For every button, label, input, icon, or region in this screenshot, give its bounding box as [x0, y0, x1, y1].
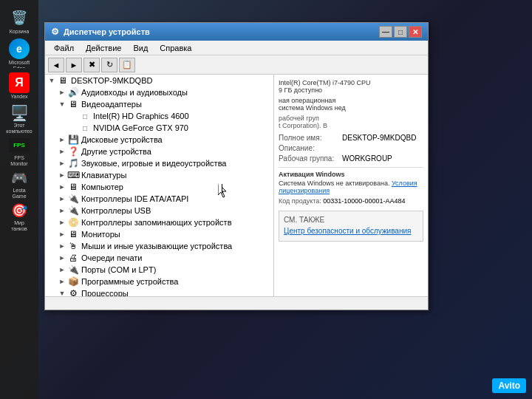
intel-gpu-label: Intel(R) HD Graphics 4600 — [93, 112, 189, 120]
monitors-arrow: ► — [57, 229, 67, 239]
tree-item-software[interactable]: ► 📦 Программные устройства — [45, 276, 273, 287]
properties-button[interactable]: 📋 — [119, 58, 135, 72]
workgroup-info: рабочей груп t Corporation). B — [279, 115, 423, 129]
ports-arrow: ► — [57, 265, 67, 275]
status-bar — [45, 296, 428, 310]
title-bar: ⚙ Диспетчер устройств — □ ✕ — [45, 23, 428, 41]
sidebar-item-lesta[interactable]: 🎮 LestaGame — [4, 168, 34, 198]
tree-item-other[interactable]: ► ❓ Другие устройства — [45, 146, 273, 157]
lesta-icon: 🎮 — [9, 168, 30, 187]
sound-arrow: ► — [57, 158, 67, 168]
keyboard-label: Клавиатуры — [81, 171, 126, 180]
workgroup-row: Рабочая группа: WORKGROUP — [279, 154, 423, 163]
software-label: Программные устройства — [81, 277, 178, 286]
mice-arrow: ► — [57, 241, 67, 251]
info-panel: Intel(R) Core(TM) i7-4790 CPU 9 ГБ досту… — [274, 75, 428, 296]
ide-arrow: ► — [57, 194, 67, 204]
menu-file[interactable]: Файл — [48, 42, 80, 54]
sidebar-item-tanks[interactable]: 🎯 Миртанков — [4, 201, 34, 231]
video-arrow: ▼ — [57, 99, 67, 109]
minimize-button[interactable]: — — [379, 26, 392, 38]
maximize-button[interactable]: □ — [394, 26, 407, 38]
desktop: 🗑️ Корзина e MicrosoftEdge Я Yandex 🖥️ Э… — [0, 0, 532, 399]
edge-label: MicrosoftEdge — [9, 60, 30, 68]
see-also-box: СМ. ТАКЖЕ Центр безопасности и обслужива… — [279, 211, 423, 242]
queues-arrow: ► — [57, 253, 67, 263]
monitors-icon: 🖥 — [67, 229, 79, 239]
audio-label: Аудиовходы и аудиовыходы — [81, 88, 188, 97]
keyboard-icon: ⌨ — [67, 170, 79, 180]
tree-item-computer2[interactable]: ► 🖥 Компьютер — [45, 181, 273, 193]
other-arrow: ► — [57, 146, 67, 157]
sidebar-item-yandex[interactable]: Я Yandex — [4, 71, 34, 100]
fps-icon: FPS — [9, 136, 30, 154]
back-button[interactable]: ◄ — [48, 58, 64, 72]
stop-button[interactable]: ✖ — [83, 58, 100, 72]
recycle-bin-label: Корзина — [10, 29, 30, 35]
tree-item-sound[interactable]: ► 🎵 Звуковые, игровые и видеоустройства — [45, 157, 273, 169]
tree-item-nvidia[interactable]: ► □ NVIDIA GeForce GTX 970 — [45, 122, 273, 134]
refresh-button[interactable]: ↻ — [101, 58, 117, 72]
disk-icon: 💾 — [67, 134, 79, 145]
sidebar-item-recycle-bin[interactable]: 🗑️ Корзина — [4, 6, 34, 35]
computer-label: Этоткомпьютер — [6, 123, 32, 133]
usb-arrow: ► — [57, 205, 67, 216]
tree-root[interactable]: ▼ 🖥 DESKTOP-9MKDQBD — [45, 75, 273, 86]
tree-item-video[interactable]: ▼ 🖥 Видеоадаптеры — [45, 98, 273, 110]
tree-item-intel-gpu[interactable]: ► □ Intel(R) HD Graphics 4600 — [45, 110, 273, 122]
sidebar-item-edge[interactable]: e MicrosoftEdge — [4, 38, 34, 68]
tanks-icon: 🎯 — [9, 201, 30, 219]
menu-help[interactable]: Справка — [154, 42, 197, 54]
audio-icon: 🔊 — [67, 87, 79, 98]
tree-item-audio[interactable]: ► 🔊 Аудиовходы и аудиовыходы — [45, 86, 273, 98]
ide-label: Контроллеры IDE ATA/ATAPI — [81, 194, 188, 203]
intel-gpu-icon: □ — [79, 111, 91, 121]
fullname-val: DESKTOP-9MKDQBD — [342, 134, 416, 142]
tree-item-mice[interactable]: ► 🖱 Мыши и иные указывающие устройства — [45, 240, 273, 252]
menu-view[interactable]: Вид — [127, 42, 154, 54]
processors-label: Процессоры — [81, 289, 129, 296]
menu-action[interactable]: Действие — [80, 42, 127, 54]
close-button[interactable]: ✕ — [409, 26, 422, 38]
workgroup-val: WORKGROUP — [342, 154, 392, 163]
fullname-key: Полное имя: — [279, 134, 338, 142]
tree-item-queues[interactable]: ► 🖨 Очереди печати — [45, 252, 273, 264]
sidebar-item-fps[interactable]: FPS FPSMonitor — [4, 136, 34, 166]
desc-row: Описание: — [279, 144, 423, 152]
tree-item-disk[interactable]: ► 💾 Дисковые устройства — [45, 134, 273, 146]
tree-item-keyboard[interactable]: ► ⌨ Клавиатуры — [45, 169, 273, 181]
video-icon: 🖥 — [67, 99, 79, 109]
see-also-link-security[interactable]: Центр безопасности и обслуживания — [284, 227, 418, 235]
tree-item-processors[interactable]: ▼ ⚙ Процессоры — [45, 287, 273, 296]
content-area: ▼ 🖥 DESKTOP-9MKDQBD ► 🔊 Аудиовходы и ауд… — [45, 75, 428, 296]
sound-icon: 🎵 — [67, 158, 79, 168]
processors-icon: ⚙ — [67, 288, 79, 296]
ide-icon: 🔌 — [67, 194, 79, 204]
os-info-text: ная операционная система Windows нед — [279, 97, 423, 112]
audio-arrow: ► — [57, 87, 67, 98]
menu-bar: Файл Действие Вид Справка — [45, 41, 428, 55]
root-label: DESKTOP-9MKDQBD — [71, 76, 152, 85]
software-arrow: ► — [57, 276, 67, 287]
product-code-section: Код продукта: 00331-10000-00001-AA484 — [279, 197, 423, 205]
tree-item-ports[interactable]: ► 🔌 Порты (COM и LPT) — [45, 264, 273, 276]
fps-label: FPSMonitor — [10, 155, 27, 166]
device-tree[interactable]: ▼ 🖥 DESKTOP-9MKDQBD ► 🔊 Аудиовходы и ауд… — [45, 75, 274, 296]
usb-icon: 🔌 — [67, 205, 79, 216]
sound-label: Звуковые, игровые и видеоустройства — [81, 159, 227, 168]
sidebar-item-computer[interactable]: 🖥️ Этоткомпьютер — [4, 103, 34, 133]
forward-button[interactable]: ► — [66, 58, 82, 72]
window-controls: — □ ✕ — [379, 26, 422, 38]
tree-item-ide[interactable]: ► 🔌 Контроллеры IDE ATA/ATAPI — [45, 193, 273, 205]
tree-item-monitors[interactable]: ► 🖥 Мониторы — [45, 228, 273, 240]
queues-icon: 🖨 — [67, 253, 79, 263]
computer2-label: Компьютер — [81, 183, 123, 191]
monitors-label: Мониторы — [81, 230, 120, 239]
workgroup-key: Рабочая группа: — [279, 154, 338, 163]
tree-item-storage[interactable]: ► 📀 Контроллеры запоминающих устройств — [45, 216, 273, 228]
nvidia-icon: □ — [79, 123, 91, 133]
mice-label: Мыши и иные указывающие устройства — [81, 242, 232, 250]
mice-icon: 🖱 — [67, 241, 79, 251]
system-info-section: Intel(R) Core(TM) i7-4790 CPU 9 ГБ досту… — [279, 79, 423, 205]
tree-item-usb[interactable]: ► 🔌 Контроллеры USB — [45, 205, 273, 216]
